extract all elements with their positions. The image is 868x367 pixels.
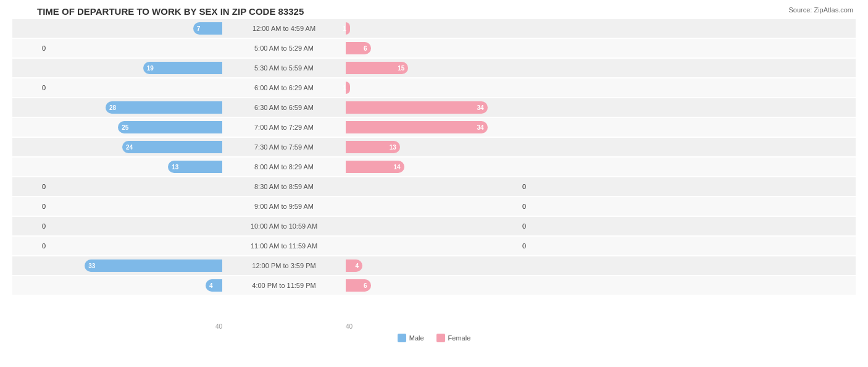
bar-left-container <box>49 200 222 213</box>
chart-row: 4 4:00 PM to 11:59 PM 6 <box>12 276 856 295</box>
legend: Male Female <box>12 334 856 342</box>
axis-bottom: 40 40 <box>12 323 856 330</box>
bar-right-container <box>346 240 519 252</box>
bar-male: 28 <box>106 101 222 114</box>
legend-female-box <box>436 334 445 342</box>
row-label-left: 0 <box>12 222 49 230</box>
bar-male: 7 <box>193 22 222 35</box>
time-label: 12:00 AM to 4:59 AM <box>222 25 346 32</box>
chart-row: 0 8:30 AM to 8:59 AM 0 <box>12 177 856 196</box>
bar-left-container: 24 <box>49 141 222 153</box>
legend-female: Female <box>436 334 471 342</box>
bar-right-container: 6 <box>346 42 519 54</box>
bar-right-container: 4 <box>346 259 519 272</box>
legend-male-box <box>398 334 406 342</box>
time-label: 9:00 AM to 9:59 AM <box>222 203 346 210</box>
bar-left-container: 28 <box>49 101 222 114</box>
chart-row: 13 8:00 AM to 8:29 AM 14 <box>12 158 856 176</box>
legend-female-label: Female <box>448 334 471 342</box>
row-label-right: 0 <box>519 222 549 230</box>
chart-row: 24 7:30 AM to 7:59 AM 13 <box>12 138 856 156</box>
bar-right-container: 14 <box>346 161 519 173</box>
bar-female: 13 <box>346 141 400 153</box>
row-label-left: 0 <box>12 44 49 52</box>
chart-row: 0 10:00 AM to 10:59 AM 0 <box>12 217 856 235</box>
bar-female: 14 <box>346 161 404 173</box>
bar-female: 4 <box>346 259 362 272</box>
chart-row: 0 6:00 AM to 6:29 AM 1 <box>12 78 856 97</box>
bar-female <box>346 240 349 252</box>
row-label-left: 0 <box>12 242 49 250</box>
time-label: 8:00 AM to 8:29 AM <box>222 163 346 171</box>
bar-left-container <box>49 42 222 54</box>
bar-female: 6 <box>346 279 371 292</box>
bar-left-container: 7 <box>49 22 222 35</box>
chart-row: 28 6:30 AM to 6:59 AM 34 <box>12 98 856 117</box>
chart-area: 7 12:00 AM to 4:59 AM 1 0 5:00 AM to 5:2… <box>12 19 856 322</box>
time-label: 5:30 AM to 5:59 AM <box>222 64 346 72</box>
bar-right-container: 1 <box>346 22 519 35</box>
bar-right-container: 6 <box>346 279 519 292</box>
time-label: 6:30 AM to 6:59 AM <box>222 104 346 111</box>
legend-male: Male <box>398 334 424 342</box>
bar-female: 1 <box>346 82 350 94</box>
bar-left-container: 4 <box>49 279 222 292</box>
bar-male: 4 <box>206 279 222 292</box>
bar-female: 15 <box>346 62 408 74</box>
bar-left-container <box>49 240 222 252</box>
bar-female: 6 <box>346 42 371 54</box>
bar-female: 1 <box>346 22 350 35</box>
bar-left-container <box>49 220 222 232</box>
bar-female <box>346 180 349 193</box>
bar-male: 33 <box>85 259 222 272</box>
row-label-right: 0 <box>519 203 549 210</box>
time-label: 10:00 AM to 10:59 AM <box>222 222 346 230</box>
bar-left-container <box>49 82 222 94</box>
bar-right-container: 34 <box>346 121 519 133</box>
source-label: Source: ZipAtlas.com <box>788 6 853 14</box>
bar-male: 25 <box>118 121 222 133</box>
bar-female <box>346 220 349 232</box>
chart-container: TIME OF DEPARTURE TO WORK BY SEX IN ZIP … <box>0 0 868 367</box>
time-label: 8:30 AM to 8:59 AM <box>222 183 346 190</box>
row-label-left: 0 <box>12 183 49 190</box>
chart-row: 0 9:00 AM to 9:59 AM 0 <box>12 197 856 216</box>
bar-right-container <box>346 200 519 213</box>
chart-row: 19 5:30 AM to 5:59 AM 15 <box>12 59 856 77</box>
chart-row: 0 11:00 AM to 11:59 AM 0 <box>12 237 856 255</box>
bar-left-container: 13 <box>49 161 222 173</box>
time-label: 7:00 AM to 7:29 AM <box>222 124 346 131</box>
row-label-right: 0 <box>519 242 549 250</box>
bar-female: 34 <box>346 101 488 114</box>
bar-right-container: 1 <box>346 82 519 94</box>
bar-female <box>346 200 349 213</box>
time-label: 7:30 AM to 7:59 AM <box>222 143 346 151</box>
bar-right-container: 13 <box>346 141 519 153</box>
axis-right-val: 40 <box>346 323 353 330</box>
bar-female: 34 <box>346 121 488 133</box>
time-label: 12:00 PM to 3:59 PM <box>222 262 346 269</box>
bar-right-container <box>346 180 519 193</box>
bar-right-container: 15 <box>346 62 519 74</box>
legend-male-label: Male <box>409 334 424 342</box>
bar-right-container: 34 <box>346 101 519 114</box>
chart-row: 0 5:00 AM to 5:29 AM 6 <box>12 39 856 57</box>
time-label: 6:00 AM to 6:29 AM <box>222 84 346 91</box>
bar-left-container: 25 <box>49 121 222 133</box>
time-label: 5:00 AM to 5:29 AM <box>222 44 346 52</box>
row-label-right: 0 <box>519 183 549 190</box>
bar-left-container: 19 <box>49 62 222 74</box>
row-label-left: 0 <box>12 203 49 210</box>
chart-title: TIME OF DEPARTURE TO WORK BY SEX IN ZIP … <box>12 6 856 17</box>
time-label: 11:00 AM to 11:59 AM <box>222 242 346 250</box>
bar-right-container <box>346 220 519 232</box>
bar-male: 13 <box>168 161 222 173</box>
bar-left-container: 33 <box>49 259 222 272</box>
row-label-left: 0 <box>12 84 49 91</box>
bar-male: 19 <box>143 62 222 74</box>
time-label: 4:00 PM to 11:59 PM <box>222 282 346 289</box>
chart-row: 25 7:00 AM to 7:29 AM 34 <box>12 118 856 137</box>
bar-male: 24 <box>122 141 222 153</box>
chart-row: 7 12:00 AM to 4:59 AM 1 <box>12 19 856 38</box>
axis-left-val: 40 <box>215 323 222 330</box>
